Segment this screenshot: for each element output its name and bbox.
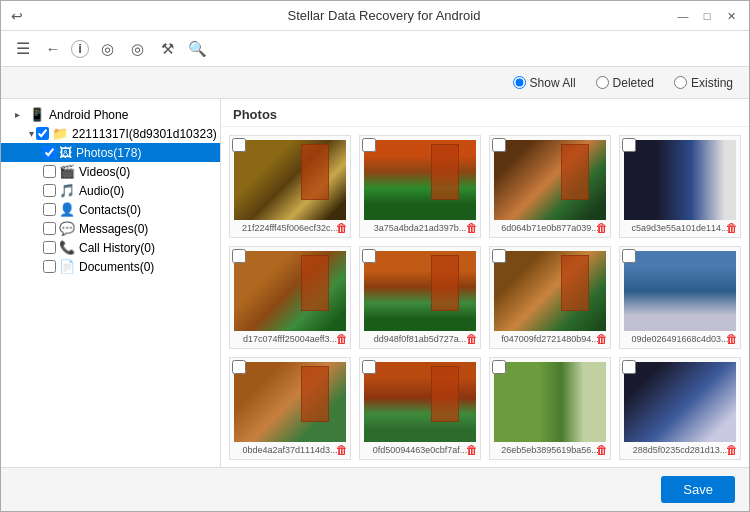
save-button[interactable]: Save [661,476,735,503]
contacts-checkbox[interactable] [43,203,56,216]
photo-checkbox[interactable] [232,138,246,152]
photo-checkbox[interactable] [622,249,636,263]
filter-existing-radio[interactable] [674,76,687,89]
photo-cell[interactable]: 🗑d17c074fff25004aeff3... [229,246,351,349]
photo-checkbox[interactable] [362,360,376,374]
minimize-button[interactable]: — [673,6,693,26]
photo-delete-icon[interactable]: 🗑 [336,332,348,346]
photo-cell[interactable]: 🗑c5a9d3e55a101de114... [619,135,741,238]
sidebar-item-call-history[interactable]: 📞 Call History(0) [1,238,220,257]
audio-icon: 🎵 [59,183,75,198]
photo-filename: dd948f0f81ab5d727a... [364,334,476,344]
sidebar-root[interactable]: ▸ 📱 Android Phone [1,105,220,124]
photo-thumbnail [494,140,606,220]
device-checkbox[interactable] [36,127,49,140]
title-icon: ↩ [11,8,23,24]
photo-checkbox[interactable] [492,249,506,263]
sidebar-item-audio[interactable]: 🎵 Audio(0) [1,181,220,200]
photo-delete-icon[interactable]: 🗑 [596,332,608,346]
photo-delete-icon[interactable]: 🗑 [336,221,348,235]
photo-checkbox[interactable] [622,138,636,152]
photo-delete-icon[interactable]: 🗑 [596,221,608,235]
device-folder-icon: 📁 [52,126,68,141]
filter-show-all-radio[interactable] [513,76,526,89]
messages-icon: 💬 [59,221,75,236]
sidebar-videos-label: Videos(0) [79,165,130,179]
sidebar-documents-label: Documents(0) [79,260,154,274]
filter-show-all[interactable]: Show All [513,76,576,90]
photo-cell[interactable]: 🗑3a75a4bda21ad397b... [359,135,481,238]
hamburger-button[interactable]: ☰ [11,37,35,61]
photo-delete-icon[interactable]: 🗑 [336,443,348,457]
maximize-button[interactable]: □ [697,6,717,26]
photo-cell[interactable]: 🗑0fd50094463e0cbf7af... [359,357,481,460]
filter-existing-label: Existing [691,76,733,90]
sidebar-item-messages[interactable]: 💬 Messages(0) [1,219,220,238]
circle2-button[interactable]: ◎ [125,37,149,61]
photo-delete-icon[interactable]: 🗑 [466,443,478,457]
photo-filename: 6d064b71e0b877a039... [494,223,606,233]
bottom-bar: Save [1,467,749,511]
photo-filename: 0fd50094463e0cbf7af... [364,445,476,455]
photo-checkbox[interactable] [362,249,376,263]
sidebar-device[interactable]: ▾ 📁 22111317I(8d9301d10323) [1,124,220,143]
toolbar: ☰ ← i ◎ ◎ ⚒ 🔍 [1,31,749,67]
photo-grid-container[interactable]: 🗑21f224fff45f006ecf32c...🗑3a75a4bda21ad3… [221,127,749,467]
sidebar-item-videos[interactable]: 🎬 Videos(0) [1,162,220,181]
filter-show-all-label: Show All [530,76,576,90]
close-button[interactable]: ✕ [721,6,741,26]
photo-cell[interactable]: 🗑f047009fd2721480b94... [489,246,611,349]
photo-thumbnail [234,140,346,220]
photo-cell[interactable]: 🗑0bde4a2af37d1114d3... [229,357,351,460]
photo-checkbox[interactable] [362,138,376,152]
photos-checkbox[interactable] [43,146,56,159]
sidebar-audio-label: Audio(0) [79,184,124,198]
search-button[interactable]: 🔍 [185,37,209,61]
photo-cell[interactable]: 🗑288d5f0235cd281d13... [619,357,741,460]
photo-filename: f047009fd2721480b94... [494,334,606,344]
photo-checkbox[interactable] [492,138,506,152]
photo-delete-icon[interactable]: 🗑 [466,221,478,235]
photos-icon: 🖼 [59,145,72,160]
photo-cell[interactable]: 🗑dd948f0f81ab5d727a... [359,246,481,349]
audio-checkbox[interactable] [43,184,56,197]
photo-cell[interactable]: 🗑09de026491668c4d03... [619,246,741,349]
photo-cell[interactable]: 🗑26eb5eb3895619ba56... [489,357,611,460]
sidebar-item-photos[interactable]: 🖼 Photos(178) [1,143,220,162]
photo-filename: c5a9d3e55a101de114... [624,223,736,233]
messages-checkbox[interactable] [43,222,56,235]
window-title: Stellar Data Recovery for Android [29,8,739,23]
sidebar-messages-label: Messages(0) [79,222,148,236]
photo-checkbox[interactable] [232,249,246,263]
sidebar-item-contacts[interactable]: 👤 Contacts(0) [1,200,220,219]
filter-deleted-radio[interactable] [596,76,609,89]
photo-delete-icon[interactable]: 🗑 [466,332,478,346]
call-history-checkbox[interactable] [43,241,56,254]
photo-checkbox[interactable] [622,360,636,374]
root-arrow: ▸ [15,109,27,120]
filter-existing[interactable]: Existing [674,76,733,90]
photo-delete-icon[interactable]: 🗑 [726,332,738,346]
tools-button[interactable]: ⚒ [155,37,179,61]
photo-cell[interactable]: 🗑6d064b71e0b877a039... [489,135,611,238]
documents-checkbox[interactable] [43,260,56,273]
videos-checkbox[interactable] [43,165,56,178]
photo-cell[interactable]: 🗑21f224fff45f006ecf32c... [229,135,351,238]
photo-delete-icon[interactable]: 🗑 [726,221,738,235]
photo-thumbnail [624,362,736,442]
sidebar: ▸ 📱 Android Phone ▾ 📁 22111317I(8d9301d1… [1,99,221,467]
info-button[interactable]: i [71,40,89,58]
photo-delete-icon[interactable]: 🗑 [726,443,738,457]
photo-checkbox[interactable] [492,360,506,374]
sidebar-item-documents[interactable]: 📄 Documents(0) [1,257,220,276]
filter-deleted[interactable]: Deleted [596,76,654,90]
circle1-button[interactable]: ◎ [95,37,119,61]
photo-delete-icon[interactable]: 🗑 [596,443,608,457]
photo-filename: 288d5f0235cd281d13... [624,445,736,455]
photos-section-header: Photos [221,99,749,127]
filter-deleted-label: Deleted [613,76,654,90]
photo-thumbnail [234,251,346,331]
photo-checkbox[interactable] [232,360,246,374]
sidebar-root-label: Android Phone [49,108,128,122]
back-button[interactable]: ← [41,37,65,61]
